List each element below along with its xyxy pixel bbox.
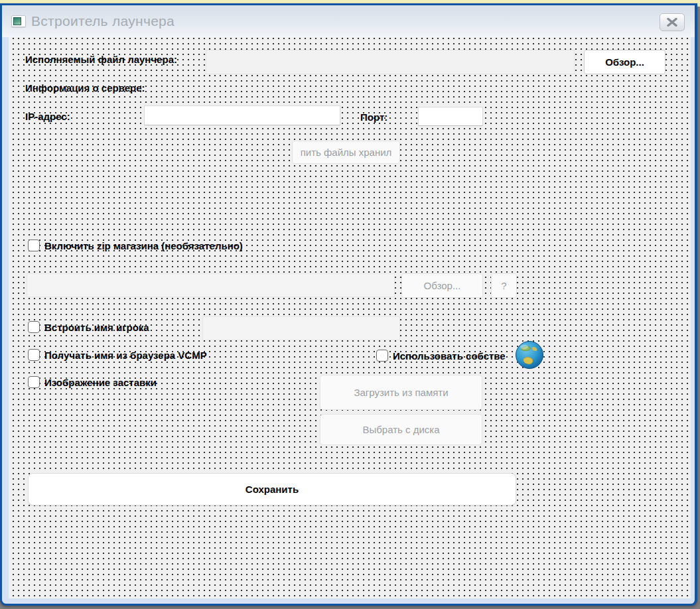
browse-exe-button[interactable]: Обзор... [584,50,665,74]
earth-globe-icon [515,340,544,370]
use-own-checkbox-label: Использовать собстве [393,350,506,362]
vcmp-name-checkbox-row[interactable]: Получать имя из браузера VCMP [28,349,207,361]
splash-image-checkbox-row[interactable]: Изображение заставки [28,376,157,388]
vcmp-name-checkbox[interactable] [28,349,40,361]
pick-from-disk-button[interactable]: Выбрать с диска [320,414,482,445]
use-own-checkbox[interactable] [376,350,388,362]
splash-image-checkbox-label: Изображение заставки [44,377,157,388]
zip-store-checkbox-row[interactable]: Включить zip магазина (необязательно) [28,239,243,251]
zip-help-button[interactable]: ? [491,273,517,298]
splash-image-checkbox[interactable] [28,376,40,388]
app-icon [11,15,26,27]
port-label: Порт: [360,111,387,123]
zip-store-checkbox-label: Включить zip магазина (необязательно) [44,240,243,251]
background-window-sliver [697,0,700,7]
launcher-embedder-window: Встроитель лаунчера Исполняемый файл лау… [0,3,697,606]
embed-name-checkbox[interactable] [28,321,40,333]
load-from-memory-button[interactable]: Загрузить из памяти [320,375,482,410]
ip-label: IP-адрес: [25,111,70,122]
save-button[interactable]: Сохранить [28,473,516,506]
vcmp-name-checkbox-label: Получать имя из браузера VCMP [44,350,207,361]
ip-input[interactable] [144,105,340,125]
server-info-heading: Информация о сервере: [25,82,145,94]
use-own-checkbox-row[interactable]: Использовать собстве [376,350,527,362]
exe-file-input[interactable] [206,50,575,74]
close-icon [667,18,677,27]
exe-file-label: Исполняемый файл лаунчера: [25,54,177,65]
port-input[interactable] [418,107,483,126]
browse-zip-button[interactable]: Обзор... [401,273,483,298]
zip-store-checkbox[interactable] [28,239,40,251]
form-client-area: Исполняемый файл лаунчера: Обзор... Инфо… [9,37,691,598]
embed-name-checkbox-row[interactable]: Встроить имя игрока [28,321,149,333]
window-title: Встроитель лаунчера [31,13,175,29]
player-name-input[interactable] [202,316,400,340]
storage-files-button[interactable]: пить файлы хранил [292,141,400,164]
zip-path-input[interactable] [27,273,395,297]
app-icon-pane [13,17,21,25]
title-bar[interactable]: Встроитель лаунчера [2,5,695,37]
embed-name-checkbox-label: Встроить имя игрока [44,322,149,333]
close-button[interactable] [660,13,685,31]
